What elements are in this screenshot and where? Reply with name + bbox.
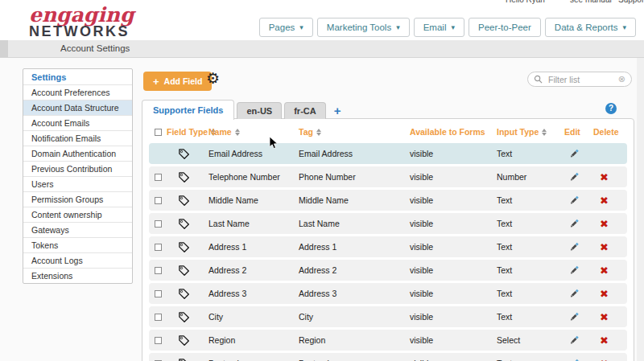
edit-pencil-icon[interactable] bbox=[564, 288, 593, 299]
field-tag: City bbox=[299, 312, 410, 322]
engaging-networks-logo[interactable]: engaging NETWORKS bbox=[29, 6, 134, 39]
field-name: City bbox=[208, 312, 299, 322]
field-availability: visible bbox=[410, 289, 497, 298]
sidebar-item-domain-authentication[interactable]: Domain Authentication bbox=[23, 146, 132, 161]
edit-pencil-icon[interactable] bbox=[564, 358, 593, 361]
row-checkbox[interactable] bbox=[155, 314, 162, 321]
row-checkbox[interactable] bbox=[155, 244, 162, 251]
sort-icon[interactable] bbox=[235, 129, 240, 136]
nav-button-email[interactable]: Email▾ bbox=[414, 18, 464, 37]
row-checkbox[interactable] bbox=[155, 220, 162, 228]
delete-x-icon[interactable]: ✖ bbox=[593, 265, 609, 277]
search-icon bbox=[534, 75, 543, 84]
delete-x-icon[interactable]: ✖ bbox=[593, 311, 609, 323]
sidebar-item-notification-emails[interactable]: Notification Emails bbox=[23, 130, 132, 146]
edit-pencil-icon[interactable] bbox=[564, 195, 593, 206]
gear-icon[interactable]: ⚙ bbox=[206, 71, 220, 86]
field-tag: Address 1 bbox=[299, 242, 410, 252]
chevron-down-icon: ▾ bbox=[396, 24, 400, 31]
filter-input[interactable] bbox=[547, 74, 614, 85]
help-icon[interactable]: ? bbox=[605, 103, 617, 114]
sidebar-collapse-handle[interactable] bbox=[0, 40, 8, 57]
nav-button-pages[interactable]: Pages▾ bbox=[259, 18, 313, 37]
sidebar-item-extensions[interactable]: Extensions bbox=[23, 268, 132, 283]
field-availability: visible bbox=[410, 335, 497, 345]
delete-x-icon[interactable]: ✖ bbox=[593, 358, 609, 361]
add-tab-icon[interactable]: + bbox=[334, 106, 341, 116]
field-tag: Middle Name bbox=[299, 195, 410, 205]
row-checkbox[interactable] bbox=[155, 197, 162, 204]
breadcrumb-bar: Account Settings bbox=[0, 40, 644, 58]
row-checkbox[interactable] bbox=[155, 337, 162, 344]
column-header-available-to-forms[interactable]: Available to Forms bbox=[410, 127, 497, 137]
column-header-input-type[interactable]: Input Type bbox=[497, 127, 564, 137]
delete-cell: ✖ bbox=[593, 335, 629, 346]
edit-pencil-icon[interactable] bbox=[564, 311, 593, 322]
sidebar-item-gateways[interactable]: Gateways bbox=[23, 222, 132, 237]
sidebar-item-content-ownership[interactable]: Content ownership bbox=[23, 207, 132, 222]
edit-pencil-icon[interactable] bbox=[564, 218, 593, 229]
sidebar-item-account-logs[interactable]: Account Logs bbox=[23, 252, 132, 268]
delete-x-icon[interactable]: ✖ bbox=[593, 171, 609, 183]
sidebar-item-account-preferences[interactable]: Account Preferences bbox=[23, 84, 132, 100]
delete-x-icon[interactable]: ✖ bbox=[593, 288, 609, 300]
column-header-edit[interactable]: Edit bbox=[564, 127, 593, 137]
row-checkbox[interactable] bbox=[155, 267, 162, 274]
topbar-link-support[interactable]: Support bbox=[618, 0, 644, 4]
nav-button-data-reports[interactable]: Data & Reports▾ bbox=[545, 18, 636, 37]
row-checkbox-cell bbox=[149, 314, 167, 321]
column-header-label: Tag bbox=[299, 127, 313, 137]
edit-pencil-icon[interactable] bbox=[564, 265, 593, 276]
add-field-button-label: Add Field bbox=[164, 76, 203, 86]
tab-en-us[interactable]: en-US bbox=[237, 102, 282, 119]
field-input-type: Select bbox=[497, 335, 564, 345]
add-field-button[interactable]: + Add Field bbox=[143, 72, 212, 91]
row-checkbox[interactable] bbox=[155, 290, 162, 297]
delete-x-icon[interactable]: ✖ bbox=[593, 334, 609, 347]
delete-x-icon[interactable]: ✖ bbox=[593, 241, 609, 253]
fields-table-panel: Field TypeNameTagAvailable to FormsInput… bbox=[142, 118, 634, 361]
column-header-tag[interactable]: Tag bbox=[299, 127, 410, 137]
sidebar-item-account-emails[interactable]: Account Emails bbox=[23, 115, 132, 130]
clear-filter-icon[interactable]: ⊗ bbox=[618, 75, 625, 84]
topbar-link-hello-ryan[interactable]: Hello Ryan bbox=[506, 0, 545, 4]
tab-fr-ca[interactable]: fr-CA bbox=[284, 102, 326, 119]
row-checkbox-cell bbox=[149, 197, 167, 204]
field-name: Last Name bbox=[208, 219, 299, 228]
sidebar-item-permission-groups[interactable]: Permission Groups bbox=[23, 191, 132, 207]
field-name: Address 3 bbox=[208, 289, 299, 298]
field-availability: visible bbox=[410, 312, 497, 322]
edit-pencil-icon[interactable] bbox=[564, 171, 593, 183]
field-availability: visible bbox=[410, 242, 497, 252]
table-row-address-2: Address 2Address 2visibleText✖ bbox=[149, 260, 627, 281]
nav-button-peer-to-peer[interactable]: Peer-to-Peer bbox=[469, 18, 541, 37]
delete-x-icon[interactable]: ✖ bbox=[593, 195, 609, 207]
edit-pencil-icon[interactable] bbox=[564, 241, 593, 252]
topbar-link-see-manual[interactable]: see manual bbox=[570, 0, 612, 4]
field-type-tag-icon bbox=[178, 265, 208, 277]
tab-supporter-fields[interactable]: Supporter Fields bbox=[142, 100, 234, 120]
column-header-field-type[interactable]: Field Type bbox=[167, 127, 208, 137]
delete-cell: ✖ bbox=[593, 289, 629, 299]
nav-button-marketing-tools[interactable]: Marketing Tools▾ bbox=[317, 18, 410, 37]
column-header-name[interactable]: Name bbox=[208, 127, 299, 137]
delete-cell: ✖ bbox=[593, 195, 629, 206]
table-row-middle-name: Middle NameMiddle NamevisibleText✖ bbox=[149, 190, 627, 211]
edit-pencil-icon[interactable] bbox=[564, 148, 593, 159]
delete-x-icon[interactable]: ✖ bbox=[593, 218, 609, 230]
sidebar-item-previous-contribution[interactable]: Previous Contribution bbox=[23, 161, 132, 176]
row-checkbox[interactable] bbox=[155, 174, 162, 181]
table-body: Email AddressEmail AddressvisibleTextTel… bbox=[149, 143, 627, 361]
edit-pencil-icon[interactable] bbox=[564, 334, 593, 346]
delete-cell: ✖ bbox=[593, 219, 629, 229]
sidebar-item-users[interactable]: Users bbox=[23, 176, 132, 191]
column-header-delete[interactable]: Delete bbox=[593, 127, 629, 137]
sort-icon[interactable] bbox=[316, 129, 321, 136]
scrollbar-track[interactable] bbox=[637, 58, 644, 361]
select-all-checkbox[interactable] bbox=[155, 129, 162, 136]
nav-button-label: Pages bbox=[269, 23, 295, 32]
sort-icon[interactable] bbox=[542, 129, 547, 136]
table-row-region: RegionRegionvisibleSelect✖ bbox=[149, 330, 627, 351]
sidebar-item-tokens[interactable]: Tokens bbox=[23, 237, 132, 252]
sidebar-item-account-data-structure[interactable]: Account Data Structure bbox=[23, 100, 132, 115]
